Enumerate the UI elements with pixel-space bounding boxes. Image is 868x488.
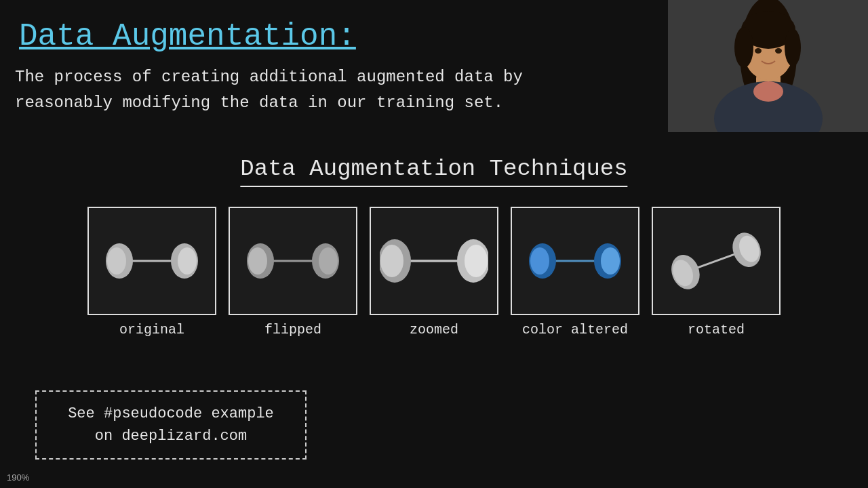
pseudocode-text: See #pseudocode example on deeplizard.co… [53,403,289,447]
zoom-indicator: 190% [7,472,29,483]
svg-point-2 [107,247,126,274]
dumbbell-flipped-icon [239,227,347,295]
svg-point-34 [755,48,762,54]
card-original: original [87,207,216,338]
card-flipped: flipped [229,207,357,338]
dumbbell-zoomed-icon [380,227,488,295]
subtitle-line1: The process of creating additional augme… [15,68,523,86]
section-title: Data Augmentation Techniques [240,156,627,187]
dumbbell-original-icon [98,227,206,295]
svg-point-9 [248,247,267,274]
card-rotated-label: rotated [688,322,745,338]
pseudocode-line2: on deeplizard.com [95,428,247,445]
svg-point-4 [178,247,197,274]
card-original-box [87,207,216,315]
card-zoomed-box [370,207,498,315]
slide-subtitle: The process of creating additional augme… [15,64,585,117]
svg-point-35 [775,48,782,54]
svg-point-7 [319,247,338,274]
svg-point-12 [380,245,403,277]
dumbbell-rotated-icon [662,227,770,295]
slide: Data Augmentation: The process of creati… [0,0,868,488]
svg-point-17 [530,247,549,274]
svg-point-19 [601,247,620,274]
card-rotated-box [652,207,781,315]
card-flipped-label: flipped [264,322,321,338]
presenter-background [668,0,868,132]
card-color-altered-label: color altered [522,322,628,338]
card-flipped-box [229,207,357,315]
card-color-altered: color altered [511,207,639,338]
cards-container: original flipped [87,207,781,338]
slide-title: Data Augmentation: [19,19,356,54]
dumbbell-color-altered-icon [521,227,629,295]
svg-point-14 [465,245,488,277]
card-rotated: rotated [652,207,781,338]
subtitle-line2: reasonably modifying the data in our tra… [15,94,503,112]
svg-point-33 [785,28,801,66]
presenter-silhouette-icon [668,0,868,132]
card-color-altered-box [511,207,639,315]
card-zoomed-label: zoomed [410,322,458,338]
presenter-video [668,0,868,132]
svg-point-29 [753,81,783,102]
card-zoomed: zoomed [370,207,498,338]
svg-point-32 [734,27,753,68]
pseudocode-line1: See #pseudocode example [68,405,274,422]
card-original-label: original [119,322,184,338]
pseudocode-box: See #pseudocode example on deeplizard.co… [35,390,307,460]
